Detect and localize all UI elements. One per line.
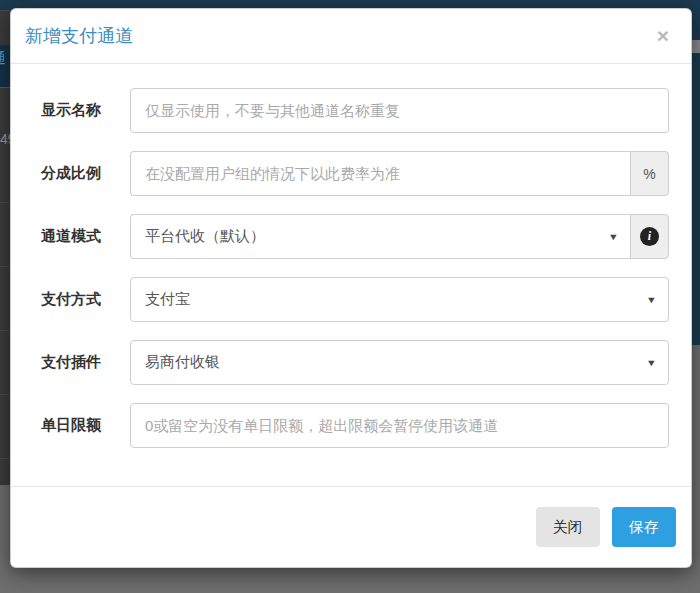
daily-limit-label: 单日限额 — [41, 416, 130, 435]
pay-plugin-select[interactable]: 易商付收银 ▼ — [130, 340, 669, 385]
form-row-daily-limit: 单日限额 — [41, 403, 669, 448]
background-tab-text: 通 — [0, 49, 6, 68]
chevron-down-icon: ▼ — [608, 232, 619, 242]
chevron-down-icon: ▼ — [646, 295, 657, 305]
close-button[interactable]: 关闭 — [536, 507, 600, 547]
pay-method-selected-value: 支付宝 — [145, 290, 190, 309]
daily-limit-input[interactable] — [130, 403, 669, 448]
modal-title: 新增支付通道 — [25, 24, 133, 49]
form-row-pay-method: 支付方式 支付宝 ▼ — [41, 277, 669, 322]
add-payment-channel-modal: 新增支付通道 × 显示名称 分成比例 % 通道模式 平台代收（默认） ▼ — [10, 8, 692, 568]
share-ratio-label: 分成比例 — [41, 164, 130, 183]
pay-plugin-selected-value: 易商付收银 — [145, 353, 220, 372]
modal-body: 显示名称 分成比例 % 通道模式 平台代收（默认） ▼ i — [11, 64, 691, 486]
channel-mode-select[interactable]: 平台代收（默认） ▼ — [130, 214, 630, 259]
form-row-share-ratio: 分成比例 % — [41, 151, 669, 196]
display-name-label: 显示名称 — [41, 101, 130, 120]
pay-method-select[interactable]: 支付宝 ▼ — [130, 277, 669, 322]
share-ratio-input[interactable] — [130, 151, 630, 196]
modal-footer: 关闭 保存 — [11, 486, 691, 567]
close-icon[interactable]: × — [655, 24, 671, 48]
info-circle-icon: i — [640, 227, 659, 246]
form-row-display-name: 显示名称 — [41, 88, 669, 133]
chevron-down-icon: ▼ — [646, 358, 657, 368]
pay-plugin-label: 支付插件 — [41, 353, 130, 372]
form-row-pay-plugin: 支付插件 易商付收银 ▼ — [41, 340, 669, 385]
save-button[interactable]: 保存 — [612, 507, 676, 547]
modal-header: 新增支付通道 × — [11, 9, 691, 64]
channel-mode-label: 通道模式 — [41, 227, 130, 246]
channel-mode-info-addon[interactable]: i — [630, 214, 669, 259]
percent-addon: % — [630, 151, 669, 196]
channel-mode-selected-value: 平台代收（默认） — [145, 227, 265, 246]
display-name-input[interactable] — [130, 88, 669, 133]
pay-method-label: 支付方式 — [41, 290, 130, 309]
background-right-band — [691, 40, 700, 53]
form-row-channel-mode: 通道模式 平台代收（默认） ▼ i — [41, 214, 669, 259]
